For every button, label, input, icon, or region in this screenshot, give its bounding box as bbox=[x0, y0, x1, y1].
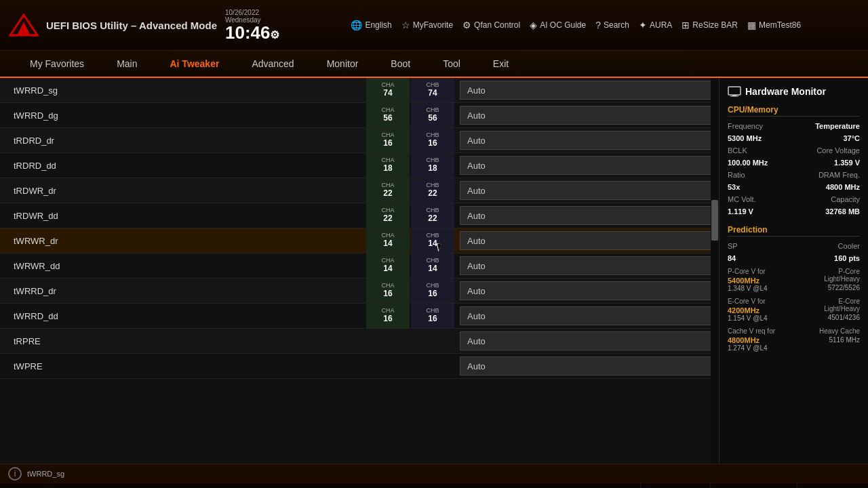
table-row[interactable]: tRPREAuto bbox=[0, 329, 719, 354]
cha-cell: CHA18 bbox=[366, 153, 410, 178]
scrollbar[interactable] bbox=[711, 78, 719, 464]
cha-cell: CHA16 bbox=[366, 128, 410, 152]
table-row[interactable]: tRDRD_drCHA16CHB16Auto bbox=[0, 128, 719, 153]
aura-icon: ✦ bbox=[639, 20, 647, 30]
chb-cell: CHB16 bbox=[411, 304, 454, 328]
cha-label: CHA bbox=[381, 107, 394, 113]
setting-value-area[interactable]: Auto bbox=[454, 228, 719, 253]
sp-label: SP bbox=[728, 242, 738, 250]
setting-value-area[interactable]: Auto bbox=[454, 178, 719, 203]
mc-volt-value: 1.119 V bbox=[728, 207, 753, 216]
topnav-aioc[interactable]: ◈ AI OC Guide bbox=[530, 20, 586, 30]
cha-label: CHA bbox=[381, 283, 394, 289]
setting-value-area[interactable]: Auto bbox=[454, 329, 719, 353]
chb-label: CHB bbox=[426, 283, 439, 289]
nav-boot[interactable]: Boot bbox=[374, 50, 427, 77]
value-box[interactable]: Auto bbox=[460, 357, 713, 375]
cpu-memory-section: CPU/Memory bbox=[728, 105, 860, 117]
setting-name: tRDRD_dd bbox=[0, 153, 366, 178]
topnav-english[interactable]: 🌐 English bbox=[351, 20, 391, 30]
pcore-v-freq: 5400MHz bbox=[728, 277, 768, 285]
temp-value: 37°C bbox=[843, 134, 860, 142]
table-row[interactable]: tWRRD_drCHA16CHB16Auto bbox=[0, 279, 719, 304]
chb-cell: CHB22 bbox=[411, 203, 454, 228]
setting-value-area[interactable]: Auto bbox=[454, 103, 719, 127]
nav-tool[interactable]: Tool bbox=[427, 50, 477, 77]
cha-cell: CHA16 bbox=[366, 279, 410, 303]
mcvolt-capacity-labels: MC Volt. Capacity bbox=[728, 195, 860, 203]
ratio-dramfreq-values: 53x 4800 MHz bbox=[728, 183, 860, 191]
nav-main[interactable]: Main bbox=[100, 50, 153, 77]
setting-value-area[interactable]: Auto bbox=[454, 203, 719, 228]
table-row[interactable]: tWPREAuto bbox=[0, 354, 719, 379]
nav-exit[interactable]: Exit bbox=[477, 50, 525, 77]
value-box[interactable]: Auto bbox=[460, 281, 713, 300]
table-row[interactable]: tRDWR_drCHA22CHB22Auto bbox=[0, 178, 719, 203]
value-box[interactable]: Auto bbox=[460, 181, 713, 200]
info-text: tWRRD_sg bbox=[27, 470, 64, 478]
pcore-v-label: P-Core V for bbox=[728, 268, 768, 275]
channel-group: CHA16CHB16 bbox=[366, 279, 454, 303]
ezmode-btn[interactable]: EzMode(F7) |→ bbox=[710, 483, 797, 488]
setting-value-area[interactable]: Auto bbox=[454, 304, 719, 328]
setting-value-area[interactable]: Auto bbox=[454, 354, 719, 378]
value-box[interactable]: Auto bbox=[460, 156, 713, 175]
cha-label: CHA bbox=[381, 82, 394, 88]
setting-value-area[interactable]: Auto bbox=[454, 128, 719, 152]
prediction-section: Prediction SP Cooler 84 160 pts P-Core V… bbox=[728, 225, 860, 356]
topnav-qfan[interactable]: ⚙ Qfan Control bbox=[462, 20, 520, 30]
channel-group: CHA14CHB14 bbox=[366, 253, 454, 278]
value-box[interactable]: Auto bbox=[460, 131, 713, 150]
topnav-resizebar[interactable]: ⊞ ReSize BAR bbox=[682, 20, 738, 30]
setting-name: tRDWR_dd bbox=[0, 203, 366, 228]
table-row[interactable]: tRDWR_ddCHA22CHB22Auto bbox=[0, 203, 719, 228]
setting-value-area[interactable]: Auto bbox=[454, 153, 719, 178]
chb-label: CHB bbox=[426, 132, 439, 138]
cha-value: 18 bbox=[383, 163, 392, 173]
chb-label: CHB bbox=[426, 182, 439, 188]
value-box[interactable]: Auto bbox=[460, 206, 713, 225]
top-nav: 🌐 English ☆ MyFavorite ⚙ Qfan Control ◈ … bbox=[290, 20, 861, 30]
value-box[interactable]: Auto bbox=[460, 231, 713, 250]
table-row[interactable]: tWRWR_ddCHA14CHB14Auto bbox=[0, 253, 719, 279]
prediction-title: Prediction bbox=[728, 225, 860, 237]
topnav-memtest[interactable]: ▦ MemTest86 bbox=[747, 20, 801, 30]
sp-cooler-labels: SP Cooler bbox=[728, 242, 860, 250]
table-row[interactable]: tWRWR_drCHA14CHB14Auto bbox=[0, 228, 719, 253]
chb-value: 16 bbox=[428, 314, 437, 323]
topnav-aura-label: AURA bbox=[650, 20, 672, 30]
cha-value: 14 bbox=[383, 264, 392, 273]
table-row[interactable]: tWRRD_ddCHA16CHB16Auto bbox=[0, 304, 719, 329]
topnav-search[interactable]: ? Search bbox=[595, 20, 629, 30]
value-box[interactable]: Auto bbox=[460, 331, 713, 350]
main-nav: My Favorites Main Ai Tweaker Advanced Mo… bbox=[0, 51, 868, 78]
cha-value: 74 bbox=[383, 88, 392, 98]
cha-cell: CHA56 bbox=[366, 103, 410, 127]
topnav-aura[interactable]: ✦ AURA bbox=[639, 20, 672, 30]
cha-label: CHA bbox=[381, 258, 394, 264]
table-row[interactable]: tWRRD_sgCHA74CHB74Auto bbox=[0, 78, 719, 103]
setting-value-area[interactable]: Auto bbox=[454, 78, 719, 102]
value-box[interactable]: Auto bbox=[460, 256, 713, 275]
topnav-myfavorite[interactable]: ☆ MyFavorite bbox=[401, 20, 453, 30]
value-box[interactable]: Auto bbox=[460, 81, 713, 100]
chb-cell: CHB22 bbox=[411, 178, 454, 203]
nav-aitweaker[interactable]: Ai Tweaker bbox=[153, 50, 235, 77]
hotkeys-btn[interactable]: Hot Keys ? bbox=[797, 483, 868, 488]
table-row[interactable]: tWRRD_dgCHA56CHB56Auto bbox=[0, 103, 719, 128]
scrollbar-thumb[interactable] bbox=[711, 200, 718, 241]
cha-value: 14 bbox=[383, 239, 392, 248]
cha-label: CHA bbox=[381, 308, 394, 314]
value-box[interactable]: Auto bbox=[460, 106, 713, 125]
value-box[interactable]: Auto bbox=[460, 306, 713, 325]
nav-advanced[interactable]: Advanced bbox=[235, 50, 310, 77]
table-row[interactable]: tRDRD_ddCHA18CHB18Auto bbox=[0, 153, 719, 178]
last-modified-btn[interactable]: Last Modified bbox=[640, 483, 709, 488]
setting-value-area[interactable]: Auto bbox=[454, 253, 719, 278]
cache-v-freq: 4800MHz bbox=[728, 336, 775, 344]
setting-value-area[interactable]: Auto bbox=[454, 279, 719, 303]
nav-favorites[interactable]: My Favorites bbox=[14, 50, 100, 77]
no-channel-placeholder bbox=[366, 329, 454, 353]
nav-monitor[interactable]: Monitor bbox=[311, 50, 375, 77]
chb-label: CHB bbox=[426, 107, 439, 113]
